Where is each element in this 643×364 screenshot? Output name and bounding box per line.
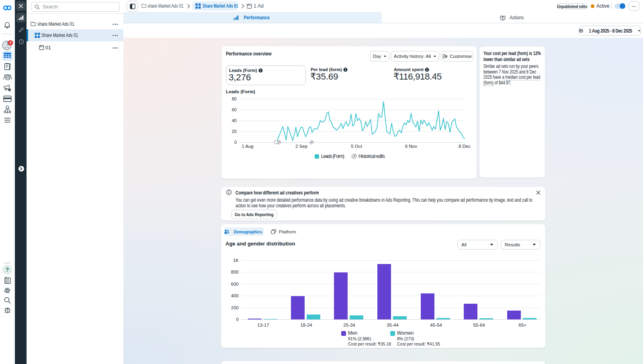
- svg-text:91% (2,986): 91% (2,986): [348, 336, 371, 341]
- svg-text:Leads (Form): Leads (Form): [321, 153, 344, 159]
- svg-text:40: 40: [232, 118, 237, 123]
- svg-text:55-64: 55-64: [473, 323, 485, 327]
- svg-text:Women: Women: [397, 330, 414, 336]
- svg-text:Historical edits: Historical edits: [358, 153, 385, 159]
- svg-text:Cost per result: ₹35.18: Cost per result: ₹35.18: [348, 342, 391, 346]
- svg-text:Men: Men: [348, 330, 357, 336]
- svg-text:6 Nov: 6 Nov: [405, 144, 417, 149]
- svg-text:2 Sep: 2 Sep: [295, 144, 307, 149]
- svg-text:600: 600: [231, 282, 239, 286]
- svg-text:8 Dec: 8 Dec: [459, 144, 471, 149]
- svg-text:1 Aug: 1 Aug: [242, 144, 253, 149]
- svg-text:Cost per result: ₹41.55: Cost per result: ₹41.55: [397, 342, 440, 346]
- svg-text:8% (273): 8% (273): [397, 336, 414, 341]
- svg-text:80: 80: [232, 96, 237, 101]
- svg-text:800: 800: [231, 270, 239, 274]
- svg-text:200: 200: [231, 305, 239, 310]
- svg-text:13-17: 13-17: [257, 323, 269, 327]
- svg-text:5 Oct: 5 Oct: [351, 144, 362, 149]
- svg-text:1K: 1K: [233, 258, 239, 263]
- svg-text:20: 20: [232, 129, 237, 134]
- svg-text:400: 400: [231, 293, 239, 298]
- svg-text:65+: 65+: [518, 323, 526, 327]
- svg-text:25-34: 25-34: [343, 323, 355, 327]
- svg-text:60: 60: [232, 107, 237, 112]
- svg-text:0: 0: [236, 317, 239, 322]
- svg-text:35-44: 35-44: [387, 323, 399, 327]
- svg-text:45-54: 45-54: [430, 323, 442, 327]
- svg-text:3: 3: [10, 41, 12, 45]
- svg-text:18-24: 18-24: [300, 323, 312, 327]
- svg-text:0: 0: [234, 140, 237, 145]
